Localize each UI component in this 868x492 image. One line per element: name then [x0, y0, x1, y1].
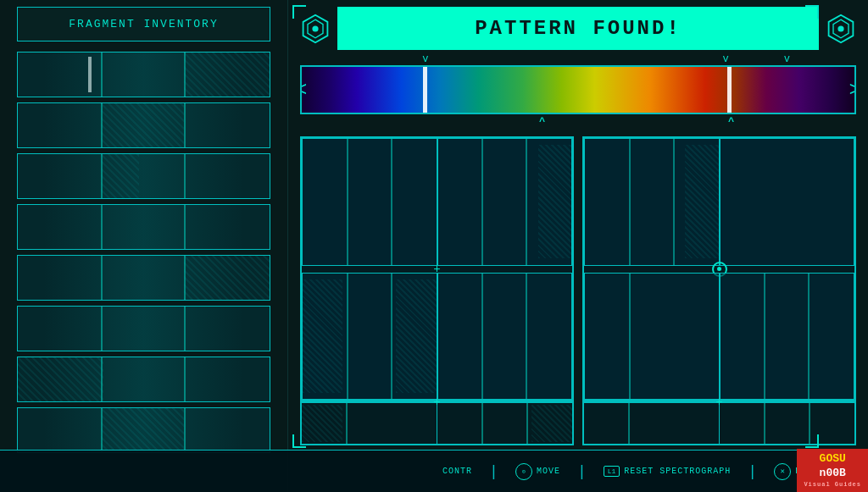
control-reset[interactable]: L1 RESET SPECTROGRAPH [604, 466, 732, 477]
grid-bottom-cell-right[interactable] [437, 403, 572, 444]
grid-left-column: + [300, 136, 574, 445]
grid-cell-tl[interactable] [302, 138, 437, 266]
separator-3: | [748, 463, 757, 480]
fragment-hatch [101, 103, 184, 147]
grid-cell-br[interactable] [437, 273, 573, 401]
banner-text: PATTERN FOUND! [475, 17, 682, 40]
reset-label: RESET SPECTROGRAPH [624, 467, 731, 476]
place-btn-icon: ✕ [774, 463, 791, 480]
spec-white-bar-left [423, 67, 427, 113]
banner-row: PATTERN FOUND! [300, 7, 856, 50]
main-container: FRAGMENT INVENTORY [0, 0, 868, 492]
hex-icon-right [826, 14, 856, 44]
fragment-item-8[interactable] [17, 407, 270, 453]
fragment-hatch [184, 53, 270, 97]
control-move: ⊙ MOVE [515, 463, 560, 480]
move-btn-icon: ⊙ [515, 463, 532, 480]
grid-right-bottom-cell-left[interactable] [584, 403, 720, 444]
arrow-down-3: v [784, 53, 790, 65]
panel-title: FRAGMENT INVENTORY [17, 7, 270, 41]
cell-divider [481, 139, 483, 265]
fragment-white-bar [88, 57, 92, 92]
fragment-divider [101, 205, 103, 249]
fragment-item-1[interactable] [17, 52, 270, 97]
watermark-line2: n00B [804, 467, 861, 481]
grid-right-column: + [582, 136, 856, 445]
cell-divider [673, 139, 675, 265]
cell-hatch [538, 145, 571, 258]
cell-hatch [303, 279, 342, 393]
fragment-divider [184, 154, 186, 198]
grid-right-cell-br[interactable] [720, 273, 855, 401]
plus-icon-bottom: + [433, 395, 440, 409]
watermark-line1: GOSU [804, 452, 861, 467]
fragment-divider [184, 103, 186, 147]
cell-divider [347, 139, 348, 265]
fragment-hatch [18, 357, 103, 401]
grid-cell-tr[interactable] [437, 138, 573, 266]
cell-divider [481, 403, 483, 444]
circle-inner [717, 267, 721, 271]
svg-point-5 [837, 25, 843, 31]
spec-left-bracket: < [300, 79, 307, 102]
fragment-divider [184, 307, 186, 351]
spectrograph[interactable]: < > [300, 65, 856, 114]
cell-divider [629, 274, 631, 400]
fragment-item-5[interactable] [17, 255, 270, 301]
spectrograph-gradient [302, 67, 854, 113]
fragment-divider [101, 256, 103, 300]
fragment-item-6[interactable] [17, 306, 270, 351]
grid-left-box: + [300, 136, 574, 401]
right-panel: PATTERN FOUND! v v v < > [288, 0, 868, 492]
left-panel: FRAGMENT INVENTORY [0, 0, 288, 492]
fragment-hatch [101, 154, 139, 198]
plus-separator-right [584, 266, 854, 273]
fragment-item-7[interactable] [17, 357, 270, 402]
fragment-hatch [184, 256, 270, 300]
fragment-list [17, 52, 270, 492]
fragment-divider [101, 307, 103, 351]
fragment-item-3[interactable] [17, 153, 270, 199]
grid-bottom-cell-left[interactable] [302, 403, 437, 444]
fragment-hatch [101, 408, 184, 452]
cell-hatch [685, 145, 718, 258]
svg-point-2 [312, 25, 318, 31]
corner-decoration-tl [292, 5, 306, 19]
spectrograph-arrows-top: v v v [300, 53, 856, 65]
fragment-item-2[interactable] [17, 102, 270, 148]
fragment-divider [184, 205, 186, 249]
arrow-down-2: v [723, 53, 729, 65]
cell-divider [346, 403, 348, 444]
watermark-gosu: GOSU [820, 452, 846, 465]
cell-divider [526, 403, 528, 444]
arrow-up-2: ^ [728, 116, 734, 128]
cell-divider [391, 274, 392, 400]
cell-hatch [531, 405, 572, 441]
cell-divider [628, 403, 630, 444]
spec-white-bar-right [727, 67, 732, 113]
corner-decoration-br [805, 434, 819, 448]
reset-btn-icon: L1 [604, 466, 620, 477]
pattern-found-banner: PATTERN FOUND! [337, 7, 819, 50]
cell-divider [629, 139, 631, 265]
fragment-item-4[interactable] [17, 204, 270, 250]
arrow-up-1: ^ [539, 116, 545, 128]
move-label: MOVE [537, 467, 560, 476]
corner-decoration-tr [805, 5, 819, 19]
fragment-divider [184, 357, 186, 401]
cell-hatch [302, 405, 342, 441]
fragment-grid-area: + [300, 136, 856, 445]
cell-divider [764, 403, 765, 444]
grid-cell-bl[interactable] [302, 273, 437, 401]
plus-icon-right-bottom: + [715, 395, 722, 409]
cell-divider [526, 139, 527, 265]
cell-hatch [396, 279, 436, 393]
grid-right-cell-bl[interactable] [584, 273, 720, 401]
grid-right-cell-tr[interactable] [720, 138, 855, 266]
fragment-divider [184, 408, 186, 452]
bottom-bar: CONTR | ⊙ MOVE | L1 RESET SPECTROGRAPH |… [0, 450, 868, 492]
grid-right-cell-tl[interactable] [584, 138, 720, 266]
separator-2: | [577, 463, 587, 480]
grid-right-bottom-cell-right[interactable] [720, 403, 854, 444]
arrow-down-1: v [422, 53, 428, 65]
